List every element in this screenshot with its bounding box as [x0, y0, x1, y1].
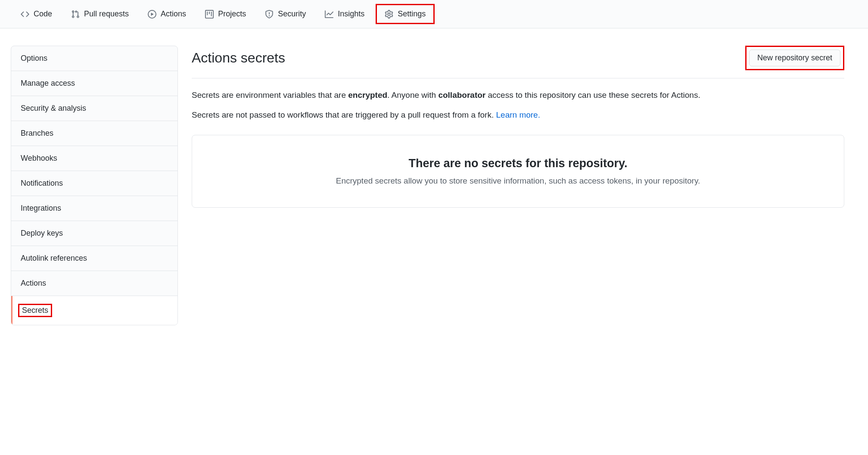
nav-tab-actions[interactable]: Actions [140, 5, 194, 23]
sidebar-item-notifications[interactable]: Notifications [11, 171, 177, 196]
sidebar-item-label: Deploy keys [21, 229, 63, 237]
nav-tab-insights[interactable]: Insights [317, 5, 372, 23]
sidebar-item-branches[interactable]: Branches [11, 121, 177, 146]
nav-tab-code[interactable]: Code [13, 5, 60, 23]
sidebar-item-secrets[interactable]: Secrets [11, 296, 177, 325]
sidebar-item-label: Autolink references [21, 254, 87, 262]
empty-state-subtitle: Encrypted secrets allow you to store sen… [209, 176, 827, 186]
sidebar-item-label: Actions [21, 279, 46, 287]
nav-label: Projects [218, 9, 246, 19]
play-icon [148, 10, 156, 19]
nav-label: Actions [161, 9, 186, 19]
sidebar-item-label: Secrets [18, 304, 52, 317]
description-2: Secrets are not passed to workflows that… [192, 109, 844, 122]
nav-tab-settings[interactable]: Settings [376, 4, 435, 24]
nav-label: Settings [398, 9, 426, 19]
shield-icon [265, 10, 274, 19]
content-header: Actions secrets New repository secret [192, 46, 844, 78]
nav-label: Pull requests [84, 9, 129, 19]
sidebar-item-actions[interactable]: Actions [11, 271, 177, 296]
description-1: Secrets are environment variables that a… [192, 89, 844, 102]
empty-state-box: There are no secrets for this repository… [192, 135, 844, 208]
code-icon [21, 10, 29, 19]
sidebar-item-deploy-keys[interactable]: Deploy keys [11, 221, 177, 246]
project-icon [205, 10, 214, 19]
sidebar-item-label: Notifications [21, 179, 63, 187]
repo-nav: Code Pull requests Actions Projects Secu… [0, 0, 868, 28]
gear-icon [385, 10, 393, 19]
git-pull-request-icon [71, 10, 80, 19]
sidebar-item-label: Integrations [21, 204, 61, 212]
main-container: Options Manage access Security & analysi… [0, 28, 868, 343]
settings-sidebar: Options Manage access Security & analysi… [11, 46, 178, 325]
new-repository-secret-button[interactable]: New repository secret [749, 50, 840, 66]
nav-label: Insights [338, 9, 364, 19]
sidebar-item-manage-access[interactable]: Manage access [11, 71, 177, 96]
sidebar-item-label: Branches [21, 129, 53, 137]
graph-icon [325, 10, 333, 19]
sidebar-item-webhooks[interactable]: Webhooks [11, 146, 177, 171]
sidebar-item-security-analysis[interactable]: Security & analysis [11, 96, 177, 121]
sidebar-item-options[interactable]: Options [11, 46, 177, 71]
new-secret-highlight: New repository secret [745, 46, 844, 70]
sidebar-item-label: Options [21, 54, 47, 62]
empty-state-title: There are no secrets for this repository… [209, 157, 827, 170]
sidebar-item-label: Manage access [21, 79, 75, 87]
sidebar-item-integrations[interactable]: Integrations [11, 196, 177, 221]
learn-more-link[interactable]: Learn more. [496, 110, 540, 119]
sidebar-item-label: Webhooks [21, 154, 57, 162]
sidebar-item-label: Security & analysis [21, 104, 86, 112]
nav-label: Code [34, 9, 52, 19]
content: Actions secrets New repository secret Se… [192, 46, 857, 325]
nav-tab-security[interactable]: Security [257, 5, 314, 23]
nav-tab-projects[interactable]: Projects [197, 5, 254, 23]
sidebar-item-autolink-references[interactable]: Autolink references [11, 246, 177, 271]
page-title: Actions secrets [192, 50, 285, 66]
nav-tab-pull-requests[interactable]: Pull requests [63, 5, 137, 23]
nav-label: Security [278, 9, 306, 19]
